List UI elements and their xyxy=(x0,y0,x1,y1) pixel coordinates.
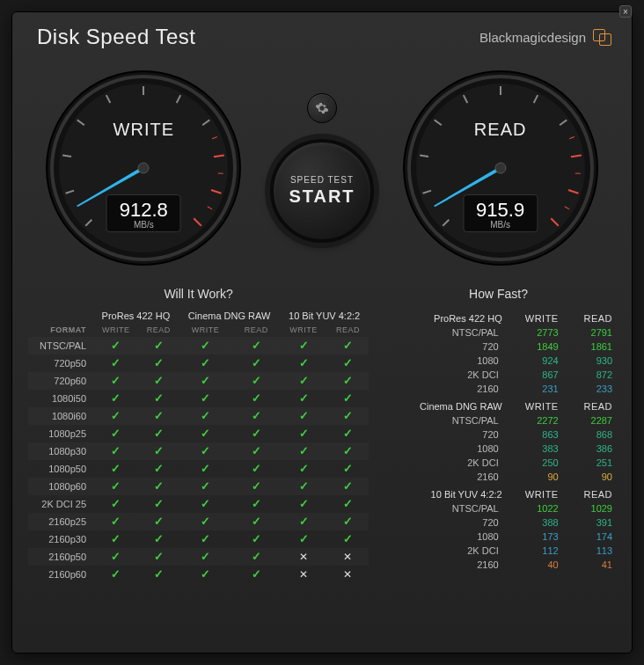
format-label: 1080 xyxy=(381,530,506,544)
check-icon: ✓ xyxy=(252,567,261,581)
check-icon: ✓ xyxy=(252,532,261,545)
write-value: 867 xyxy=(506,368,562,382)
check-icon: ✓ xyxy=(252,374,261,387)
check-icon: ✓ xyxy=(201,339,210,352)
table-row: 1080p60✓✓✓✓✓✓ xyxy=(28,478,369,495)
check-icon: ✓ xyxy=(252,409,261,422)
format-label: 2K DCI xyxy=(381,456,506,470)
format-label: NTSC/PAL xyxy=(28,337,93,354)
check-icon: ✓ xyxy=(154,374,164,387)
check-icon: ✓ xyxy=(252,391,261,405)
check-icon: ✓ xyxy=(111,356,121,369)
table-row: 1080924930 xyxy=(381,354,616,368)
table-row: 720p50✓✓✓✓✓✓ xyxy=(28,354,369,372)
check-icon: ✓ xyxy=(201,391,210,405)
table-row: 1080p25✓✓✓✓✓✓ xyxy=(28,425,369,442)
check-icon: ✓ xyxy=(154,462,164,475)
check-icon: ✓ xyxy=(343,374,353,387)
format-label: 1080p50 xyxy=(28,460,93,478)
format-label: 720 xyxy=(381,340,506,354)
check-icon: ✓ xyxy=(154,356,164,369)
check-icon: ✓ xyxy=(111,374,121,387)
tables-row: Will It Work? ProRes 422 HQ Cinema DNG R… xyxy=(12,287,632,597)
format-label: 1080p25 xyxy=(28,425,93,442)
app-title: Disk Speed Test xyxy=(37,25,195,49)
read-value: 386 xyxy=(562,442,616,456)
read-value: 868 xyxy=(562,428,616,442)
read-value: 872 xyxy=(562,368,616,382)
check-icon: ✓ xyxy=(343,391,353,405)
table-row: 2160p30✓✓✓✓✓✓ xyxy=(28,530,369,548)
check-icon: ✓ xyxy=(154,391,164,405)
gauges-row: WRITE 912.8 MB/s SPEED TEST START xyxy=(12,58,632,287)
check-icon: ✓ xyxy=(111,567,121,581)
check-icon: ✓ xyxy=(299,391,309,405)
table-row: 2160231233 xyxy=(381,382,616,396)
table-row: 720388391 xyxy=(381,515,616,530)
how-fast-table: ProRes 422 HQWRITEREADNTSC/PAL2773279172… xyxy=(381,308,616,572)
read-value: 915.9 xyxy=(476,199,524,222)
write-value: 383 xyxy=(506,442,562,456)
check-icon: ✓ xyxy=(252,427,261,440)
section-header: 10 Bit YUV 4:2:2WRITEREAD xyxy=(381,484,616,501)
center-controls: SPEED TEST START xyxy=(270,93,374,243)
table-row: NTSC/PAL22722287 xyxy=(381,413,616,428)
check-icon: ✓ xyxy=(343,479,353,493)
table-row: 720p60✓✓✓✓✓✓ xyxy=(28,372,369,390)
check-icon: ✓ xyxy=(252,550,261,563)
check-icon: ✓ xyxy=(201,497,210,510)
table-row: 72018491861 xyxy=(381,340,616,354)
table-row: 1080p50✓✓✓✓✓✓ xyxy=(28,460,369,478)
section-header: Cinema DNG RAWWRITEREAD xyxy=(381,396,616,413)
table-row: 1080173174 xyxy=(381,530,616,544)
start-small-label: SPEED TEST xyxy=(290,175,354,185)
gear-icon xyxy=(315,101,329,115)
check-icon: ✓ xyxy=(252,339,261,352)
table-row: 2160p50✓✓✓✓✕✕ xyxy=(28,548,369,566)
write-gauge: WRITE 912.8 MB/s xyxy=(42,67,245,269)
table-row: 2160p60✓✓✓✓✕✕ xyxy=(28,566,369,583)
table-row: 1080i60✓✓✓✓✓✓ xyxy=(28,407,369,425)
check-icon: ✓ xyxy=(111,515,121,528)
format-label: 2160 xyxy=(381,382,506,396)
write-value: 912.8 xyxy=(120,199,168,222)
check-icon: ✓ xyxy=(111,479,121,493)
format-label: 2160p30 xyxy=(28,530,93,548)
codec-header-1: ProRes 422 HQ xyxy=(93,308,179,324)
check-icon: ✓ xyxy=(201,462,210,475)
will-it-work-title: Will It Work? xyxy=(28,287,369,301)
check-icon: ✓ xyxy=(111,444,121,457)
format-label: 720 xyxy=(381,428,506,442)
check-icon: ✓ xyxy=(111,532,121,545)
format-label: 2K DCI xyxy=(381,544,506,558)
check-icon: ✓ xyxy=(252,479,261,493)
start-button[interactable]: SPEED TEST START xyxy=(270,139,374,243)
table-row: 21609090 xyxy=(381,470,616,484)
settings-button[interactable] xyxy=(307,93,337,123)
read-value: 113 xyxy=(562,544,616,558)
format-label: NTSC/PAL xyxy=(381,501,506,515)
write-value: 863 xyxy=(506,428,562,442)
read-gauge: READ 915.9 MB/s xyxy=(399,67,602,269)
check-icon: ✓ xyxy=(299,427,309,440)
close-button[interactable]: × xyxy=(619,5,632,18)
brand: Blackmagicdesign xyxy=(479,29,612,45)
write-value: 388 xyxy=(506,515,562,530)
read-value: 930 xyxy=(562,354,616,368)
table-row: 1080p30✓✓✓✓✓✓ xyxy=(28,442,369,460)
section-header: ProRes 422 HQWRITEREAD xyxy=(381,308,616,325)
check-icon: ✓ xyxy=(154,550,164,563)
start-big-label: START xyxy=(289,186,355,207)
check-icon: ✓ xyxy=(201,356,210,369)
format-label: 1080i60 xyxy=(28,407,93,425)
format-label: 2160p50 xyxy=(28,548,93,566)
write-value: 1022 xyxy=(506,501,562,515)
check-icon: ✓ xyxy=(299,409,309,422)
check-icon: ✓ xyxy=(201,532,210,545)
table-row: NTSC/PAL27732791 xyxy=(381,325,616,340)
read-value: 1861 xyxy=(562,340,616,354)
codec-header-3: 10 Bit YUV 4:2:2 xyxy=(280,308,369,324)
check-icon: ✓ xyxy=(343,427,353,440)
check-icon: ✓ xyxy=(299,532,309,545)
check-icon: ✓ xyxy=(201,374,210,387)
